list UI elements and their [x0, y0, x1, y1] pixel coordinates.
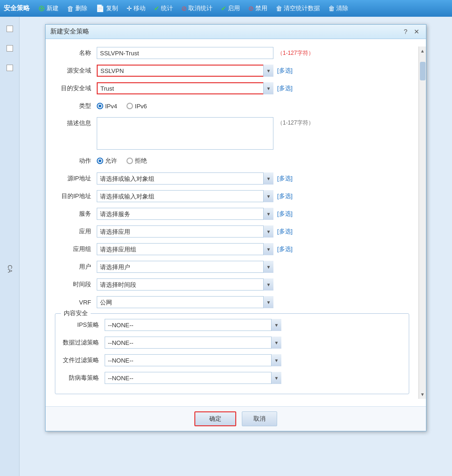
- app-group-select[interactable]: 请选择应用组: [97, 243, 273, 255]
- app-group-label: 应用组: [55, 245, 97, 253]
- name-hint: （1-127字符）: [277, 49, 314, 57]
- action-row: 动作 允许 拒绝: [55, 154, 409, 167]
- dialog-controls: ? ✕: [402, 27, 421, 36]
- toolbar-clear-button[interactable]: 🗑 清除: [325, 3, 352, 14]
- sidebar-checkbox-3[interactable]: [1, 60, 18, 76]
- ok-button[interactable]: 确定: [194, 411, 236, 426]
- src-zone-row: 源安全域 SSLVPN ▼ [多选]: [55, 64, 409, 77]
- data-filter-control-area: --NONE-- ▼: [105, 337, 401, 349]
- antivirus-select[interactable]: --NONE--: [105, 372, 281, 384]
- vrf-select-wrapper: 公网 ▼: [97, 296, 273, 308]
- service-multi-link[interactable]: [多选]: [277, 210, 292, 218]
- desc-row: 描述信息 （1-127字符）: [55, 117, 409, 150]
- content-security-legend: 内容安全: [61, 309, 91, 317]
- time-select-wrapper: 请选择时间段 ▼: [97, 278, 273, 291]
- antivirus-select-wrapper: --NONE-- ▼: [105, 372, 281, 384]
- dialog-header: 新建安全策略 ? ✕: [46, 25, 426, 39]
- cancel-stats-icon: ⊘: [181, 5, 187, 12]
- src-ip-row: 源IP地址 请选择或输入对象组 ▼ [多选]: [55, 172, 409, 185]
- delete-icon: 🗑: [67, 5, 74, 13]
- time-select[interactable]: 请选择时间段: [97, 278, 273, 291]
- vrf-select[interactable]: 公网: [97, 296, 273, 308]
- type-ipv6-radio[interactable]: IPv6: [126, 103, 147, 110]
- name-control-area: （1-127字符）: [97, 47, 409, 59]
- service-select-wrapper: 请选择服务 ▼: [97, 208, 273, 220]
- antivirus-row: 防病毒策略 --NONE-- ▼: [63, 371, 401, 384]
- new-icon: ⊕: [38, 3, 45, 13]
- dst-ip-select-wrapper: 请选择或输入对象组 ▼: [97, 190, 273, 202]
- type-ipv4-radio[interactable]: IPv4: [97, 103, 117, 110]
- dst-zone-multi-link[interactable]: [多选]: [277, 84, 292, 93]
- toolbar-stats-button[interactable]: ✔ 统计: [150, 3, 177, 14]
- user-select[interactable]: 请选择用户: [97, 261, 273, 273]
- scrollbar-thumb[interactable]: [420, 62, 425, 80]
- dst-zone-select[interactable]: Trust: [97, 82, 273, 94]
- dialog-body: 名称 （1-127字符） 源安全域 SSLVPN: [46, 39, 426, 406]
- toolbar-copy-button[interactable]: 📄 复制: [92, 3, 122, 14]
- toolbar-enable-button[interactable]: ✔ 启用: [217, 3, 244, 14]
- dialog-footer: 确定 取消: [46, 406, 426, 431]
- time-control-area: 请选择时间段 ▼: [97, 278, 409, 291]
- dst-ip-multi-link[interactable]: [多选]: [277, 192, 292, 200]
- toolbar-move-button[interactable]: ✛ 移动: [123, 3, 149, 14]
- dst-ip-select[interactable]: 请选择或输入对象组: [97, 190, 273, 202]
- clear-stats-label: 清空统计数据: [284, 4, 320, 13]
- scrollbar-up-arrow[interactable]: ▲: [419, 47, 426, 54]
- src-zone-select-wrapper: SSLVPN ▼: [97, 65, 273, 77]
- type-ipv4-label: IPv4: [105, 103, 117, 110]
- scrollbar-down-arrow[interactable]: ▼: [419, 391, 426, 398]
- ips-select-wrapper: --NONE-- ▼: [105, 319, 281, 331]
- app-group-row: 应用组 请选择应用组 ▼ [多选]: [55, 243, 409, 256]
- stats-label: 统计: [161, 4, 173, 13]
- dialog-help-button[interactable]: ?: [402, 27, 409, 36]
- cancel-button[interactable]: 取消: [242, 411, 277, 426]
- desc-control-area: （1-127字符）: [97, 117, 409, 150]
- type-row: 类型 IPv4 IPv6: [55, 99, 409, 112]
- data-filter-label: 数据过滤策略: [63, 338, 105, 347]
- action-deny-radio[interactable]: 拒绝: [126, 157, 147, 165]
- user-label: 用户: [55, 263, 97, 271]
- cancel-stats-label: 取消统计: [188, 4, 213, 13]
- user-row: 用户 请选择用户 ▼: [55, 260, 409, 273]
- app-multi-link[interactable]: [多选]: [277, 227, 292, 236]
- data-filter-select[interactable]: --NONE--: [105, 337, 281, 349]
- app-group-multi-link[interactable]: [多选]: [277, 245, 292, 253]
- ips-select[interactable]: --NONE--: [105, 319, 281, 331]
- disable-label: 禁用: [255, 4, 267, 13]
- toolbar-new-button[interactable]: ⊕ 新建: [34, 2, 62, 15]
- src-zone-select[interactable]: SSLVPN: [97, 65, 273, 77]
- desc-textarea[interactable]: [97, 117, 273, 150]
- stats-icon: ✔: [154, 5, 160, 12]
- enable-icon: ✔: [221, 5, 226, 12]
- service-select[interactable]: 请选择服务: [97, 208, 273, 220]
- src-ip-select[interactable]: 请选择或输入对象组: [97, 172, 273, 185]
- src-ip-label: 源IP地址: [55, 174, 97, 183]
- sidebar: CA: [0, 17, 20, 476]
- src-ip-multi-link[interactable]: [多选]: [277, 174, 292, 183]
- dst-zone-select-wrapper: Trust ▼: [97, 82, 273, 94]
- sidebar-checkbox-2[interactable]: [1, 40, 18, 57]
- app-select[interactable]: 请选择应用: [97, 225, 273, 238]
- src-zone-multi-link[interactable]: [多选]: [277, 66, 292, 75]
- type-radio-group: IPv4 IPv6: [97, 103, 409, 110]
- ipv6-radio-circle: [126, 103, 133, 109]
- sidebar-checkbox-1[interactable]: [1, 20, 18, 37]
- disable-icon: ⊘: [248, 5, 254, 12]
- dialog-scrollbar[interactable]: ▲ ▼: [419, 46, 426, 399]
- ips-label: IPS策略: [63, 321, 105, 329]
- vrf-row: VRF 公网 ▼: [55, 296, 409, 309]
- toolbar-cancel-stats-button[interactable]: ⊘ 取消统计: [178, 3, 216, 14]
- dialog-close-button[interactable]: ✕: [412, 27, 421, 36]
- action-allow-radio[interactable]: 允许: [97, 157, 117, 165]
- service-label: 服务: [55, 210, 97, 218]
- name-input[interactable]: [97, 47, 273, 59]
- file-filter-select[interactable]: --NONE--: [105, 354, 281, 366]
- toolbar-delete-button[interactable]: 🗑 删除: [63, 3, 91, 14]
- src-zone-label: 源安全域: [55, 66, 97, 75]
- toolbar-clear-stats-button[interactable]: 🗑 清空统计数据: [272, 3, 324, 14]
- toolbar-disable-button[interactable]: ⊘ 禁用: [245, 3, 271, 14]
- dialog-title: 新建安全策略: [50, 27, 89, 36]
- content-security-section: 内容安全 IPS策略 --NONE-- ▼: [55, 313, 409, 394]
- move-icon: ✛: [126, 5, 132, 12]
- src-zone-control-area: SSLVPN ▼ [多选]: [97, 65, 409, 77]
